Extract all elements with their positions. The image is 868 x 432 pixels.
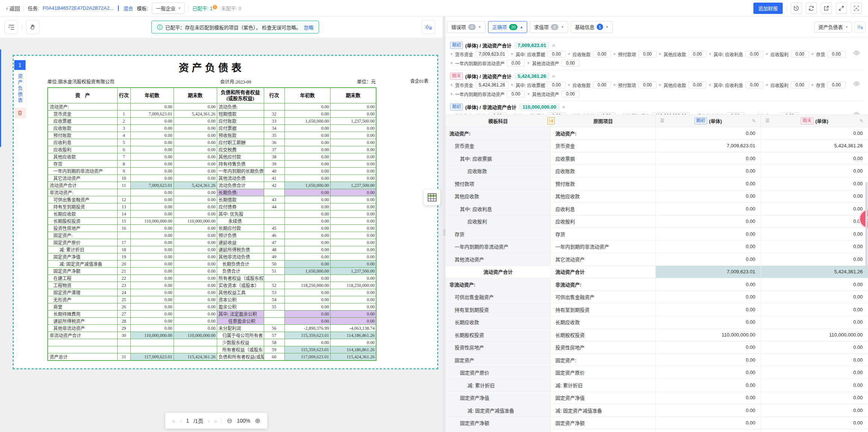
next-page-button[interactable]: › xyxy=(208,418,210,424)
menu-icon[interactable]: ☰ xyxy=(660,118,664,123)
formula-term-value[interactable]: 0.00 xyxy=(507,91,525,97)
drag-handle[interactable] xyxy=(443,229,446,236)
begin-value-cell[interactable]: 0.00 xyxy=(656,291,761,303)
begin-value-cell[interactable]: 0.00 xyxy=(656,190,761,203)
begin-value-cell[interactable]: 0.00 xyxy=(656,215,761,228)
mapping-row[interactable]: 其中: 应收利息应收利息0.000.00 xyxy=(446,203,868,215)
end-value-cell[interactable]: 0.00 xyxy=(761,152,868,165)
mapping-row[interactable]: 其他应收款其他应收款0.000.00 xyxy=(446,190,868,203)
mapping-row[interactable]: 固定资产固定资产:0.000.00 xyxy=(446,354,868,367)
end-value-cell[interactable]: 5,424,361.26 xyxy=(761,140,868,152)
begin-value-cell[interactable]: 0.00 xyxy=(656,354,761,366)
end-value-cell[interactable]: 0.00 xyxy=(761,303,868,316)
formula-result-value[interactable]: 5,424,361.26 xyxy=(514,73,550,80)
formula-term-value[interactable]: 0.00 xyxy=(593,82,611,88)
mapping-row[interactable]: 其中: 应收票据应收票据0.000.00 xyxy=(446,152,868,165)
edit-icon[interactable]: ✎ xyxy=(859,118,863,124)
formula-term-value[interactable]: 0.00 xyxy=(547,82,566,88)
mapping-row[interactable]: 流动资产:流动资产:0.000.00 xyxy=(446,127,868,140)
mapping-row[interactable]: 预付款项预付账款0.000.00 xyxy=(446,177,868,190)
formula-term-value[interactable]: 0.00 xyxy=(507,60,525,67)
outline-toggle-button[interactable] xyxy=(5,20,18,34)
prev-page-button[interactable]: ‹ xyxy=(180,418,181,424)
menu-icon[interactable]: ☰ xyxy=(765,118,770,123)
end-value-cell[interactable]: 5,424,361.26 xyxy=(761,266,868,278)
mapping-row[interactable]: 持有至到期投资持有至到期投资0.000.00 xyxy=(446,303,868,316)
begin-value-cell[interactable]: 0.00 xyxy=(656,417,761,429)
unmatched-count-badge[interactable]: !4 xyxy=(547,117,555,124)
begin-value-cell[interactable]: 0.00 xyxy=(656,241,761,253)
end-value-cell[interactable]: 0.00 xyxy=(761,367,868,379)
mapping-row[interactable]: 固定资产净额固定资产净额0.000.00 xyxy=(446,417,868,430)
begin-value-cell[interactable]: 0.00 xyxy=(656,165,761,177)
begin-value-cell[interactable]: 0.00 xyxy=(656,152,761,165)
ocr-recognize-button[interactable]: A xyxy=(851,3,862,14)
formula-term-value[interactable]: 0.00 xyxy=(593,51,611,58)
mapping-row[interactable]: 投资性房地产投资性房地产0.000.00 xyxy=(446,341,868,354)
refresh-button[interactable] xyxy=(806,3,817,14)
mapping-row[interactable]: 流动资产合计流动资产合计7,009,623.015,424,361.26 xyxy=(446,266,868,279)
begin-value-cell[interactable]: 0.00 xyxy=(656,278,761,291)
add-report-button[interactable]: 追加财报 xyxy=(753,3,783,14)
end-value-cell[interactable]: 0.00 xyxy=(761,165,868,177)
begin-value-cell[interactable]: 0.00 xyxy=(656,429,761,432)
scrollbar-thumb[interactable] xyxy=(865,182,868,268)
end-value-cell[interactable]: 0.00 xyxy=(761,404,868,417)
mapping-row[interactable]: 长期股权投资长期股权投资110,000,000.00110,000,000.00 xyxy=(446,329,868,341)
begin-value-cell[interactable]: 7,009,623.01 xyxy=(656,140,761,152)
mapping-row[interactable]: 固定资产净值固定资产净值0.000.00 xyxy=(446,392,868,405)
filter-tab-正确项[interactable]: 正确项20▲ xyxy=(488,21,527,33)
eye-icon[interactable] xyxy=(853,112,860,115)
page-number[interactable]: 1 xyxy=(186,418,189,424)
end-value-cell[interactable]: 110,000,000.00 xyxy=(761,329,868,341)
formula-term-value[interactable]: 0.00 xyxy=(746,82,764,88)
formula-term-value[interactable]: 0.00 xyxy=(827,51,845,58)
mapping-row[interactable]: 减: 累计折旧减: 累计折旧0.000.00 xyxy=(446,379,868,392)
formula-term-value[interactable]: 0.00 xyxy=(827,82,845,88)
pan-tool-button[interactable] xyxy=(26,20,39,34)
begin-value-cell[interactable]: 0.00 xyxy=(656,404,761,417)
mapping-row[interactable]: 货币资金货币资金7,009,623.015,424,361.26 xyxy=(446,140,868,153)
begin-value-cell[interactable]: 0.00 xyxy=(656,316,761,329)
mapping-row[interactable]: 长期应收款长期应收款0.000.00 xyxy=(446,316,868,329)
end-value-cell[interactable]: 0.00 xyxy=(761,429,868,432)
formula-term-value[interactable]: 0.00 xyxy=(688,82,706,88)
begin-value-cell[interactable]: 7,009,623.01 xyxy=(656,266,761,278)
formula-result-value[interactable]: 7,009,623.01 xyxy=(514,42,550,49)
zoom-in-button[interactable]: ⊕ xyxy=(255,417,260,424)
filter-tab-错误项[interactable]: 错误项0▼ xyxy=(447,21,485,33)
begin-value-cell[interactable]: 0.00 xyxy=(656,303,761,316)
begin-value-cell[interactable]: 0.00 xyxy=(656,367,761,379)
end-value-cell[interactable]: 0.00 xyxy=(761,203,868,215)
mapping-settings-button[interactable] xyxy=(854,21,866,33)
edit-icon[interactable]: ✎ xyxy=(752,118,756,124)
eye-icon[interactable] xyxy=(853,50,860,55)
filter-tab-基础信息[interactable]: 基础信息5▼ xyxy=(571,21,613,33)
fullscreen-button[interactable] xyxy=(836,3,847,14)
panel-resize-divider[interactable] xyxy=(443,17,446,432)
mapping-row[interactable]: 存货存货0.000.00 xyxy=(446,228,868,241)
thumbnail-scrollbar[interactable] xyxy=(0,49,1,147)
begin-value-cell[interactable]: 0.00 xyxy=(656,341,761,354)
end-value-cell[interactable]: 0.00 xyxy=(761,278,868,291)
mapping-row[interactable]: 固定资产原价固定资产原价0.000.00 xyxy=(446,367,868,379)
table-detect-button[interactable] xyxy=(424,189,440,205)
formula-term-value[interactable]: 0.00 xyxy=(547,51,566,58)
last-page-button[interactable]: » xyxy=(214,418,217,424)
end-value-cell[interactable]: 0.00 xyxy=(761,228,868,240)
mapping-row[interactable]: 其他流动资产其它流动资产0.000.00 xyxy=(446,253,868,266)
formula-result-value[interactable]: 110,000,000.00 xyxy=(519,103,560,111)
mapping-row[interactable]: 可供出售金融资产可供出售金融资产0.000.00 xyxy=(446,291,868,304)
formula-term-value[interactable]: 0.00 xyxy=(791,82,809,88)
first-page-button[interactable]: « xyxy=(172,418,175,424)
formula-term-value[interactable]: 0.00 xyxy=(688,51,706,58)
formula-term-value[interactable]: 0.00 xyxy=(561,60,579,67)
mapping-row[interactable]: 应收账款应收账款0.000.00 xyxy=(446,165,868,178)
open-external-button[interactable] xyxy=(821,3,832,14)
ignore-link[interactable]: 忽略 xyxy=(304,24,313,31)
doc-settings-button[interactable] xyxy=(422,20,435,34)
template-select[interactable]: 一般企业 ▾ xyxy=(152,3,184,14)
history-button[interactable] xyxy=(791,3,802,14)
end-value-cell[interactable]: 0.00 xyxy=(761,354,868,366)
end-value-cell[interactable]: 0.00 xyxy=(761,379,868,391)
